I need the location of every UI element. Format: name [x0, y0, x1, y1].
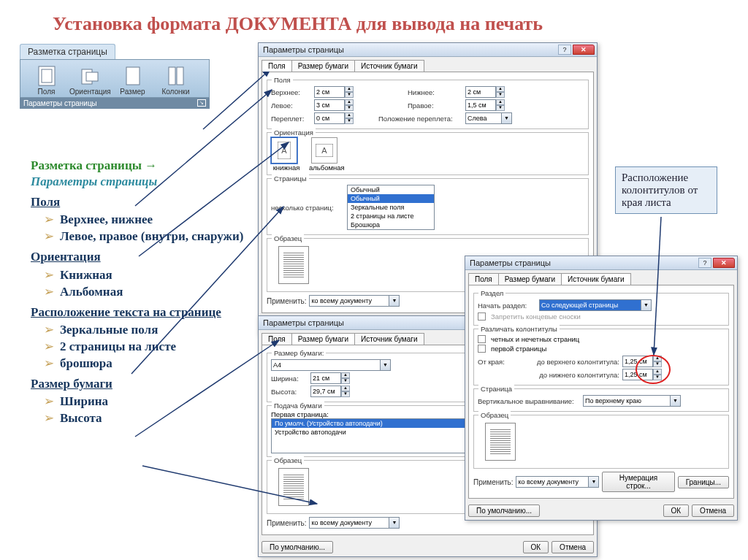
group-label: Размер бумаги: [272, 349, 326, 357]
footer-dist-spinner[interactable]: ▲▼ [622, 369, 662, 380]
tab-paper-size[interactable]: Размер бумаги [498, 273, 562, 285]
label-no-endnotes: Запретить концевые сноски [491, 312, 581, 321]
sample-preview [278, 468, 309, 506]
group-label: Подача бумаги [272, 402, 324, 410]
label-gutter-pos: Положение переплета: [378, 115, 462, 123]
gutter-spinner[interactable]: ▲▼ [314, 112, 354, 124]
section-paper-size: Размер бумаги [31, 376, 250, 392]
width-spinner[interactable]: ▲▼ [310, 372, 350, 384]
gutter-pos-dropdown[interactable]: ▼ [465, 112, 512, 124]
dialog-launcher-icon[interactable]: ↘ [197, 99, 206, 107]
right-spinner[interactable]: ▲▼ [465, 99, 505, 111]
group-label: Страница [478, 385, 514, 393]
ok-button[interactable]: ОК [663, 505, 690, 517]
orientation-landscape[interactable]: A [311, 137, 337, 164]
endnotes-checkbox[interactable] [478, 312, 486, 321]
svg-rect-6 [177, 67, 183, 85]
close-button[interactable]: ✕ [573, 45, 595, 55]
group-label: Образец [478, 411, 511, 419]
label-multi-pages: несколько страниц: [271, 204, 344, 212]
tab-margins[interactable]: Поля [262, 60, 292, 72]
ribbon-tab[interactable]: Разметка страницы [20, 44, 115, 59]
section-orientation: Ориентация [31, 249, 250, 265]
dialog-page-setup-source: Параметры страницы ?✕ Поля Размер бумаги… [465, 256, 738, 521]
group-label: Поля [272, 76, 293, 84]
apply-dropdown[interactable]: ▼ [309, 517, 400, 529]
label-left: Левое: [271, 101, 311, 110]
group-label: Образец [272, 456, 304, 464]
first-page-checkbox[interactable] [478, 345, 486, 353]
tab-paper-source[interactable]: Источник бумаги [354, 333, 424, 345]
sample-preview [278, 246, 309, 284]
page-title: Установка формата ДОКУМЕНТА для вывода н… [53, 13, 543, 35]
left-spinner[interactable]: ▲▼ [314, 99, 354, 111]
list-item: Альбомная [44, 284, 250, 300]
orientation-portrait[interactable]: A [271, 137, 297, 164]
size-icon [121, 66, 145, 86]
sample-preview [485, 423, 516, 461]
breadcrumb-b: Параметры страницы [31, 174, 157, 188]
cancel-button[interactable]: Отмена [552, 541, 594, 553]
tab-paper-source[interactable]: Источник бумаги [354, 60, 424, 72]
close-button[interactable]: ✕ [713, 258, 735, 268]
paper-size-dropdown[interactable]: ▼ [271, 359, 391, 371]
label-apply: Применить: [267, 297, 306, 305]
label-footer-dist: до нижнего колонтитула: [517, 371, 619, 379]
label-apply: Применить: [473, 478, 513, 486]
apply-dropdown[interactable]: ▼ [309, 295, 400, 307]
label-section-start: Начать раздел: [478, 302, 536, 310]
ribbon-margins-button[interactable]: Поля [26, 66, 66, 96]
pages-listbox[interactable]: Обычный Обычный Зеркальные поля 2 страни… [347, 185, 435, 230]
label-valign: Вертикальное выравнивание: [478, 397, 580, 405]
svg-text:A: A [322, 146, 328, 155]
height-spinner[interactable]: ▲▼ [310, 386, 350, 397]
line-numbers-button[interactable]: Нумерация строк... [602, 472, 674, 492]
tab-margins[interactable]: Поля [262, 333, 292, 345]
dialog-title: Параметры страницы [263, 318, 344, 327]
cancel-button[interactable]: Отмена [692, 505, 734, 517]
section-start-dropdown[interactable]: ▼ [539, 299, 652, 311]
tab-paper-size[interactable]: Размер бумаги [291, 60, 355, 72]
default-button[interactable]: По умолчанию... [262, 541, 333, 553]
label-gutter: Переплет: [271, 115, 311, 123]
bottom-spinner[interactable]: ▲▼ [465, 86, 505, 98]
orient-label: книжная [271, 164, 302, 172]
help-button[interactable]: ? [558, 45, 571, 55]
ribbon-orientation-button[interactable]: Ориентация [69, 66, 110, 96]
group-label: Образец [272, 234, 304, 242]
orient-label: альбомная [309, 164, 345, 172]
odd-even-checkbox[interactable] [478, 335, 486, 343]
left-outline: Разметка страницы → Параметры страницы П… [31, 158, 250, 428]
svg-text:A: A [281, 146, 287, 155]
header-dist-spinner[interactable]: ▲▼ [622, 356, 662, 367]
ok-button[interactable]: ОК [523, 541, 549, 553]
borders-button[interactable]: Границы... [678, 476, 729, 488]
help-button[interactable]: ? [698, 258, 711, 268]
label-first-page: первой страницы [491, 345, 546, 353]
svg-rect-3 [86, 72, 98, 81]
list-item: 2 страницы на листе [44, 339, 250, 355]
label-top: Верхнее: [271, 88, 311, 96]
list-item: Высота [44, 410, 250, 426]
ribbon-group-label: Параметры страницы [23, 99, 97, 107]
ribbon-columns-button[interactable]: Колонки [156, 66, 196, 96]
group-label: Ориентация [272, 129, 316, 137]
label-odd-even: четных и нечетных страниц [491, 335, 579, 343]
first-page-listbox[interactable]: По умолч. (Устройство автоподачи)Устройс… [271, 418, 476, 453]
label-bottom: Нижнее: [408, 88, 462, 96]
list-item: Зеркальные поля [44, 322, 250, 338]
ribbon-size-button[interactable]: Размер [112, 66, 153, 96]
tab-paper-source[interactable]: Источник бумаги [561, 273, 631, 285]
default-button[interactable]: По умолчанию... [468, 505, 540, 517]
callout-header-footer: Расположение колонтитулов от края листа [615, 166, 717, 214]
top-spinner[interactable]: ▲▼ [314, 86, 354, 98]
breadcrumb-a: Разметка страницы → [31, 158, 157, 172]
apply-dropdown[interactable]: ▼ [516, 476, 599, 488]
group-label: Страницы [272, 174, 309, 183]
label-apply: Применить: [267, 519, 306, 527]
tab-margins[interactable]: Поля [468, 273, 499, 285]
valign-dropdown[interactable]: ▼ [583, 395, 681, 407]
tab-paper-size[interactable]: Размер бумаги [291, 333, 355, 345]
label-right: Правое: [408, 101, 462, 110]
section-margins: Поля [31, 194, 250, 210]
